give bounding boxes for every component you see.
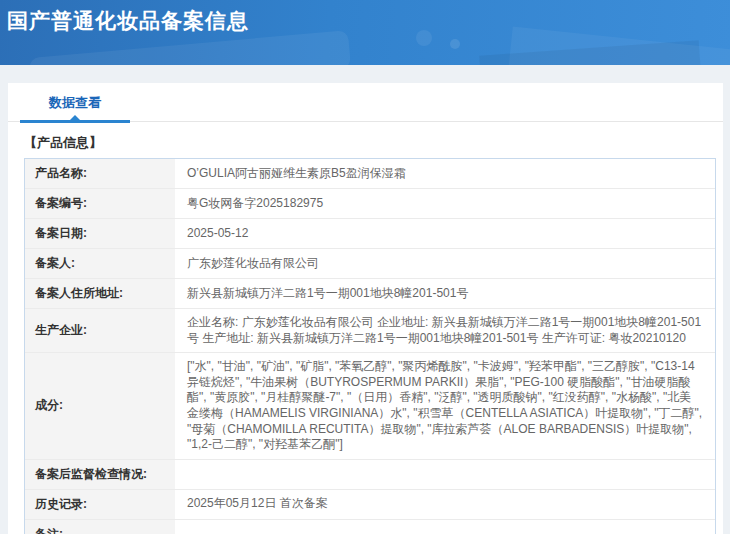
row-label: 成分: [25, 353, 175, 459]
tab-data-view-label: 数据查看 [49, 95, 101, 110]
row-value: O’GULIA阿古丽娅维生素原B5盈润保湿霜 [175, 159, 715, 188]
section-product-info-title: 【产品信息】 [24, 134, 723, 152]
row-label: 备案日期: [25, 219, 175, 248]
table-row-filing-number: 备案编号: 粤G妆网备字2025182975 [25, 189, 715, 219]
row-value: 粤G妆网备字2025182975 [175, 189, 715, 218]
tab-data-view[interactable]: 数据查看 [20, 94, 130, 122]
row-value: 广东妙莲化妆品有限公司 [175, 249, 715, 278]
page-title: 国产普通化妆品备案信息 [7, 7, 249, 35]
row-value: ["水", "甘油", "矿油", "矿脂", "苯氧乙醇", "聚丙烯酰胺",… [175, 353, 715, 459]
row-label: 备案后监督检查情况: [25, 460, 175, 489]
table-row-ingredients: 成分: ["水", "甘油", "矿油", "矿脂", "苯氧乙醇", "聚丙烯… [25, 353, 715, 460]
row-value: 新兴县新城镇万洋二路1号一期001地块8幢201-501号 [175, 279, 715, 308]
row-value: 2025年05月12日 首次备案 [175, 490, 715, 519]
content-card: 数据查看 【产品信息】 产品名称: O’GULIA阿古丽娅维生素原B5盈润保湿霜… [8, 83, 723, 534]
banner-decoration-circle [450, 39, 460, 49]
product-info-table: 产品名称: O’GULIA阿古丽娅维生素原B5盈润保湿霜 备案编号: 粤G妆网备… [24, 158, 716, 534]
tab-active-underline [20, 120, 130, 123]
table-row-history: 历史记录: 2025年05月12日 首次备案 [25, 490, 715, 520]
row-label: 备案人: [25, 249, 175, 278]
table-row-manufacturer: 生产企业: 企业名称: 广东妙莲化妆品有限公司 企业地址: 新兴县新城镇万洋二路… [25, 309, 715, 353]
row-value: 企业名称: 广东妙莲化妆品有限公司 企业地址: 新兴县新城镇万洋二路1号一期00… [175, 309, 715, 352]
row-value [175, 520, 715, 534]
row-label: 备注: [25, 520, 175, 534]
row-label: 生产企业: [25, 309, 175, 352]
tab-active-pointer-icon [70, 115, 80, 120]
row-label: 产品名称: [25, 159, 175, 188]
banner-decoration-shape [29, 30, 351, 65]
table-row-filer: 备案人: 广东妙莲化妆品有限公司 [25, 249, 715, 279]
row-label: 备案编号: [25, 189, 175, 218]
row-label: 备案人住所地址: [25, 279, 175, 308]
table-row-product-name: 产品名称: O’GULIA阿古丽娅维生素原B5盈润保湿霜 [25, 159, 715, 189]
table-row-remarks: 备注: [25, 520, 715, 534]
row-value [175, 460, 715, 489]
table-row-filer-address: 备案人住所地址: 新兴县新城镇万洋二路1号一期001地块8幢201-501号 [25, 279, 715, 309]
row-value: 2025-05-12 [175, 219, 715, 248]
table-row-filing-date: 备案日期: 2025-05-12 [25, 219, 715, 249]
banner-decoration-circle [416, 30, 432, 46]
tab-bar: 数据查看 [8, 83, 723, 122]
table-row-post-filing-inspection: 备案后监督检查情况: [25, 460, 715, 490]
page-banner: 国产普通化妆品备案信息 [0, 0, 730, 65]
row-label: 历史记录: [25, 490, 175, 519]
